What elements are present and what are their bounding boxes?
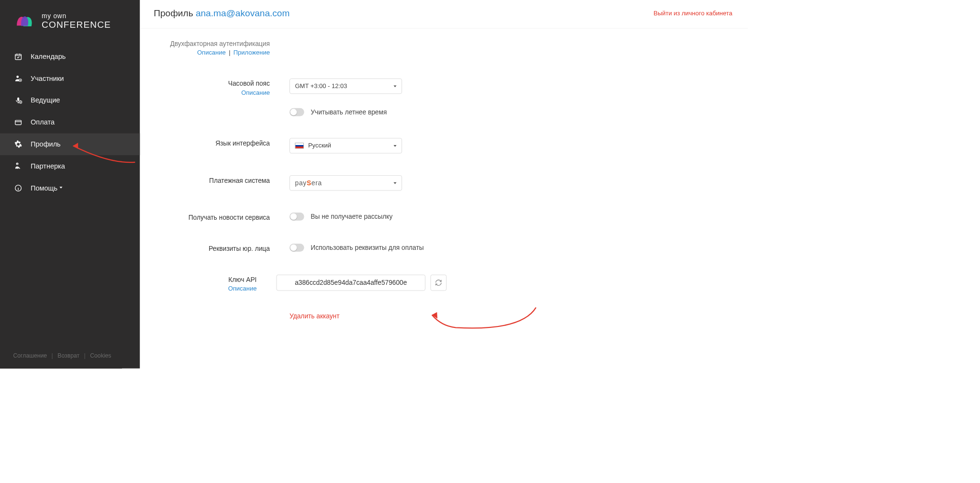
profile-email[interactable]: ana.ma@akovana.com xyxy=(196,8,290,18)
sidebar-item-partner[interactable]: $ Партнерка xyxy=(0,155,140,177)
payment-system-select[interactable]: paySera xyxy=(290,175,402,191)
sidebar-item-label: Календарь xyxy=(31,53,66,61)
sidebar-item-profile[interactable]: Профиль xyxy=(0,133,140,155)
sidebar-item-label: Помощь xyxy=(31,184,57,192)
footer-refund[interactable]: Возврат xyxy=(57,352,79,359)
svg-rect-5 xyxy=(15,120,22,124)
api-description-link[interactable]: Описание xyxy=(228,285,257,292)
logo-text-2: CONFERENCE xyxy=(42,20,111,29)
sidebar-item-label: Участники xyxy=(31,75,64,83)
logo[interactable]: my own CONFERENCE xyxy=(0,0,140,45)
newsletter-toggle[interactable] xyxy=(290,213,304,221)
sidebar-item-calendar[interactable]: Календарь xyxy=(0,45,140,67)
sidebar-item-label: Оплата xyxy=(31,118,55,126)
sidebar: my own CONFERENCE Календарь Участники xyxy=(0,0,140,369)
sidebar-item-label: Профиль xyxy=(31,140,61,148)
sidebar-item-participants[interactable]: Участники xyxy=(0,67,140,90)
language-value: Русский xyxy=(308,142,331,149)
language-label: Язык интерфейса xyxy=(140,139,270,147)
twofa-description-link[interactable]: Описание xyxy=(197,49,226,56)
timezone-select[interactable]: GMT +3:00 - 12:03 xyxy=(290,79,402,94)
api-refresh-button[interactable] xyxy=(431,275,447,291)
mic-icon xyxy=(13,95,23,105)
svg-text:$: $ xyxy=(17,163,18,165)
refresh-icon xyxy=(435,279,442,286)
card-icon xyxy=(13,117,23,127)
payment-system-value: paySera xyxy=(295,179,323,187)
company-label: Реквизиты юр. лица xyxy=(140,245,270,253)
info-icon xyxy=(13,183,23,193)
partner-icon: $ xyxy=(13,161,23,171)
sidebar-item-label: Ведущие xyxy=(31,96,60,104)
nav: Календарь Участники Ведущие Оплата xyxy=(0,45,140,345)
logo-text-1: my own xyxy=(42,13,111,20)
api-key-value: a386ccd2d85e94da7caa4affe579600e xyxy=(295,279,407,287)
payment-system-label: Платежная система xyxy=(140,177,270,184)
sidebar-item-presenters[interactable]: Ведущие xyxy=(0,90,140,112)
sidebar-item-payment[interactable]: Оплата xyxy=(0,112,140,134)
page-title: Профиль ana.ma@akovana.com xyxy=(154,8,290,19)
newsletter-label: Получать новости сервиса xyxy=(140,214,270,222)
delete-account-link[interactable]: Удалить аккаунт xyxy=(290,304,339,320)
newsletter-toggle-label: Вы не получаете рассылку xyxy=(311,213,392,220)
flag-ru-icon xyxy=(295,143,304,148)
logo-icon xyxy=(13,11,36,31)
svg-rect-0 xyxy=(15,54,22,59)
sidebar-item-label: Партнерка xyxy=(31,162,65,170)
sidebar-item-help[interactable]: Помощь xyxy=(0,177,140,199)
dst-toggle-label: Учитывать летнее время xyxy=(311,108,387,116)
svg-rect-3 xyxy=(17,98,19,101)
dst-toggle[interactable] xyxy=(290,108,304,116)
footer-agreement[interactable]: Соглашение xyxy=(13,352,47,359)
company-toggle-label: Использовать реквизиты для оплаты xyxy=(311,244,423,251)
calendar-icon xyxy=(13,52,23,62)
chevron-down-icon xyxy=(394,85,397,87)
chevron-down-icon xyxy=(394,145,397,147)
timezone-label: Часовой пояс xyxy=(140,80,270,88)
svg-point-1 xyxy=(16,76,19,78)
twofa-app-link[interactable]: Приложение xyxy=(234,49,270,56)
users-icon xyxy=(13,73,23,83)
logout-link[interactable]: Выйти из личного кабинета xyxy=(654,10,733,17)
twofa-label: Двухфакторная аутентификация xyxy=(140,40,270,48)
gear-icon xyxy=(13,139,23,149)
timezone-description-link[interactable]: Описание xyxy=(241,89,270,96)
chevron-down-icon xyxy=(60,187,63,189)
footer-cookies[interactable]: Cookies xyxy=(90,352,111,359)
chevron-down-icon xyxy=(394,182,397,184)
main: Профиль ana.ma@akovana.com Выйти из личн… xyxy=(140,0,747,369)
api-key-input[interactable]: a386ccd2d85e94da7caa4affe579600e xyxy=(277,275,425,291)
company-toggle[interactable] xyxy=(290,244,304,252)
api-key-label: Ключ API xyxy=(140,276,256,284)
timezone-value: GMT +3:00 - 12:03 xyxy=(295,82,347,90)
topbar: Профиль ana.ma@akovana.com Выйти из личн… xyxy=(140,0,747,29)
language-select[interactable]: Русский xyxy=(290,138,402,153)
footer-links: Соглашение | Возврат | Cookies xyxy=(0,345,140,369)
